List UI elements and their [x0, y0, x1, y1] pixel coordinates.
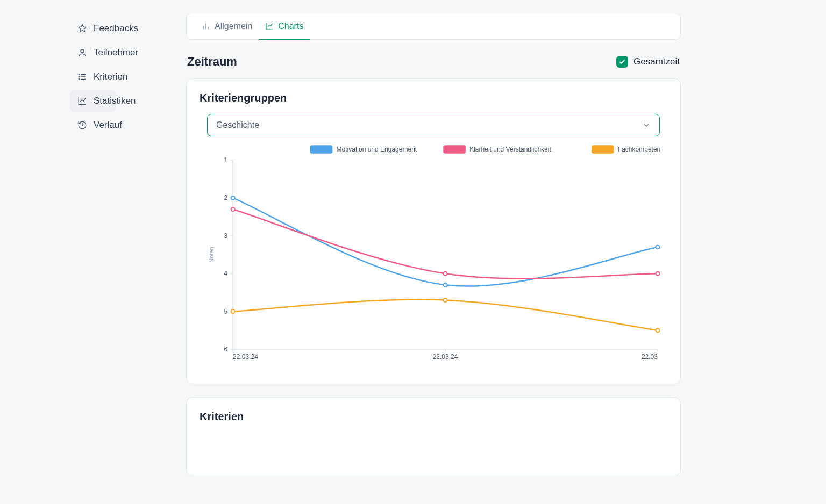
- line-chart-icon: [265, 22, 274, 31]
- series-line: [233, 210, 658, 279]
- card-title: Kriterien: [200, 411, 667, 423]
- gesamtzeit-label: Gesamtzeit: [633, 56, 680, 67]
- data-point: [444, 283, 447, 287]
- main-content: Allgemein Charts Zeitraum Gesamtzeit Kri…: [186, 0, 826, 504]
- legend-item[interactable]: Motivation und Engagement: [310, 146, 417, 153]
- sidebar-item-label: Statistiken: [94, 96, 136, 106]
- svg-text:1: 1: [224, 156, 227, 164]
- svg-point-0: [81, 49, 84, 53]
- zeitraum-title: Zeitraum: [187, 55, 237, 69]
- svg-point-4: [79, 74, 80, 75]
- history-icon: [77, 120, 87, 130]
- sidebar-item-kriterien[interactable]: Kriterien: [70, 66, 116, 88]
- svg-point-5: [79, 76, 80, 77]
- tab-bar: Allgemein Charts: [186, 13, 681, 40]
- sidebar-item-label: Verlauf: [94, 120, 122, 131]
- sidebar-item-feedbacks[interactable]: Feedbacks: [70, 18, 116, 39]
- svg-rect-12: [444, 146, 465, 153]
- star-icon: [77, 24, 87, 33]
- tab-allgemein[interactable]: Allgemein: [195, 13, 259, 39]
- svg-text:2: 2: [224, 194, 227, 201]
- data-point: [444, 298, 447, 302]
- zeitraum-header: Zeitraum Gesamtzeit: [187, 55, 680, 69]
- chevron-down-icon: [642, 121, 651, 129]
- tab-label: Allgemein: [215, 21, 252, 31]
- check-icon: [618, 58, 626, 66]
- svg-text:Fachkompetenz: Fachkompetenz: [618, 146, 660, 153]
- svg-text:22.03.24: 22.03.24: [233, 353, 258, 361]
- svg-text:Noten: Noten: [208, 247, 215, 262]
- svg-rect-10: [310, 146, 332, 153]
- select-value: Geschichte: [216, 120, 259, 130]
- data-point: [656, 272, 659, 276]
- chart-container: Motivation und EngagementKlarheit und Ve…: [207, 142, 660, 368]
- line-chart: Motivation und EngagementKlarheit und Ve…: [207, 142, 660, 368]
- series-line: [233, 299, 658, 330]
- sidebar-item-label: Feedbacks: [94, 23, 138, 34]
- svg-text:6: 6: [224, 345, 227, 353]
- data-point: [231, 207, 235, 211]
- svg-text:5: 5: [224, 308, 227, 315]
- legend-item[interactable]: Fachkompetenz: [592, 146, 660, 153]
- list-icon: [77, 72, 87, 82]
- kriterien-card: Kriterien: [186, 397, 681, 476]
- gesamtzeit-checkbox[interactable]: [616, 56, 628, 68]
- sidebar-item-teilnehmer[interactable]: Teilnehmer: [70, 42, 116, 63]
- svg-point-6: [79, 79, 80, 80]
- sidebar: Feedbacks Teilnehmer Kriterien Statistik…: [0, 0, 186, 504]
- gesamtzeit-toggle-group: Gesamtzeit: [616, 56, 680, 68]
- data-point: [656, 245, 659, 249]
- svg-rect-14: [592, 146, 614, 153]
- svg-text:22.03.24: 22.03.24: [433, 353, 458, 361]
- sidebar-item-label: Kriterien: [94, 71, 127, 82]
- user-icon: [77, 48, 87, 57]
- subject-select[interactable]: Geschichte: [207, 114, 660, 136]
- card-title: Kriteriengruppen: [200, 92, 667, 104]
- legend-item[interactable]: Klarheit und Verständlichkeit: [444, 146, 551, 153]
- svg-text:22.03: 22.03: [642, 353, 658, 361]
- tab-charts[interactable]: Charts: [259, 13, 310, 39]
- data-point: [656, 328, 659, 332]
- sidebar-item-statistiken[interactable]: Statistiken: [70, 90, 116, 112]
- kriteriengruppen-card: Kriteriengruppen Geschichte Motivation u…: [186, 78, 681, 384]
- chart-icon: [77, 96, 87, 106]
- svg-text:Klarheit und Verständlichkeit: Klarheit und Verständlichkeit: [469, 146, 551, 153]
- sidebar-item-label: Teilnehmer: [94, 47, 138, 58]
- svg-text:3: 3: [224, 232, 227, 240]
- data-point: [231, 196, 235, 200]
- data-point: [444, 272, 447, 276]
- data-point: [231, 309, 235, 313]
- bar-chart-icon: [202, 22, 210, 31]
- svg-text:4: 4: [224, 270, 227, 277]
- sidebar-item-verlauf[interactable]: Verlauf: [70, 114, 116, 136]
- svg-text:Motivation und Engagement: Motivation und Engagement: [337, 146, 417, 153]
- tab-label: Charts: [278, 21, 303, 31]
